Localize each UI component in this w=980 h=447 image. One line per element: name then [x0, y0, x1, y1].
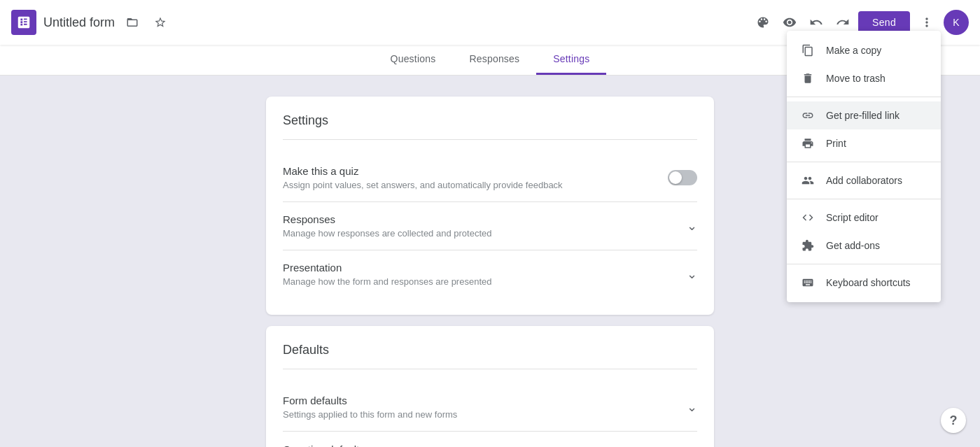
menu-divider-1	[787, 97, 941, 97]
question-defaults-row[interactable]: Question defaults ⌄	[283, 432, 697, 447]
responses-row[interactable]: Responses Manage how responses are colle…	[283, 202, 697, 250]
menu-print[interactable]: Print	[787, 129, 941, 157]
menu-move-to-trash-label: Move to trash	[826, 73, 886, 84]
menu-make-copy-label: Make a copy	[826, 45, 881, 56]
menu-add-collaborators[interactable]: Add collaborators	[787, 166, 941, 194]
menu-get-prefilled-link[interactable]: Get pre-filled link	[787, 101, 941, 129]
responses-chevron[interactable]: ⌄	[687, 218, 697, 234]
presentation-label: Presentation	[283, 262, 491, 274]
quiz-text: Make this a quiz Assign point values, se…	[283, 165, 563, 190]
print-icon	[801, 136, 815, 150]
menu-move-to-trash[interactable]: Move to trash	[787, 64, 941, 92]
menu-divider-2	[787, 162, 941, 162]
app-icon[interactable]	[11, 10, 36, 35]
quiz-label: Make this a quiz	[283, 165, 563, 177]
menu-make-copy[interactable]: Make a copy	[787, 36, 941, 64]
presentation-text: Presentation Manage how the form and res…	[283, 262, 491, 287]
settings-card-title: Settings	[283, 113, 697, 140]
dropdown-menu: Make a copy Move to trash Get pre-filled…	[787, 31, 941, 302]
tab-settings[interactable]: Settings	[536, 45, 606, 75]
form-defaults-chevron[interactable]: ⌄	[687, 399, 697, 415]
menu-script-editor-label: Script editor	[826, 212, 878, 223]
header-left: Untitled form	[11, 10, 752, 35]
settings-card: Settings Make this a quiz Assign point v…	[266, 97, 714, 315]
menu-get-prefilled-link-label: Get pre-filled link	[826, 110, 899, 121]
question-defaults-label: Question defaults	[283, 444, 365, 448]
menu-keyboard-shortcuts[interactable]: Keyboard shortcuts	[787, 269, 941, 297]
copy-icon	[801, 43, 815, 57]
form-defaults-text: Form defaults Settings applied to this f…	[283, 395, 457, 420]
tab-responses[interactable]: Responses	[452, 45, 536, 75]
menu-print-label: Print	[826, 138, 846, 149]
presentation-row[interactable]: Presentation Manage how the form and res…	[283, 250, 697, 298]
form-defaults-label: Form defaults	[283, 395, 457, 406]
menu-add-collaborators-label: Add collaborators	[826, 175, 902, 186]
quiz-desc: Assign point values, set answers, and au…	[283, 180, 563, 190]
defaults-card-title: Defaults	[283, 343, 697, 369]
puzzle-icon	[801, 239, 815, 253]
keyboard-icon	[801, 276, 815, 290]
tab-questions[interactable]: Questions	[374, 45, 453, 75]
quiz-toggle[interactable]	[668, 170, 697, 185]
presentation-desc: Manage how the form and responses are pr…	[283, 276, 491, 287]
folder-button[interactable]	[122, 12, 143, 33]
user-avatar[interactable]: K	[944, 10, 969, 35]
form-title: Untitled form	[43, 15, 115, 30]
form-defaults-row[interactable]: Form defaults Settings applied to this f…	[283, 383, 697, 432]
question-defaults-chevron[interactable]: ⌄	[687, 443, 697, 447]
code-icon	[801, 211, 815, 225]
responses-label: Responses	[283, 213, 491, 225]
responses-text: Responses Manage how responses are colle…	[283, 213, 491, 239]
menu-keyboard-shortcuts-label: Keyboard shortcuts	[826, 277, 911, 288]
defaults-card: Defaults Form defaults Settings applied …	[266, 326, 714, 447]
trash-icon	[801, 71, 815, 85]
help-button[interactable]: ?	[941, 408, 966, 433]
presentation-chevron[interactable]: ⌄	[687, 267, 697, 282]
responses-desc: Manage how responses are collected and p…	[283, 228, 491, 239]
star-button[interactable]	[150, 12, 171, 33]
link-icon	[801, 108, 815, 122]
menu-divider-3	[787, 199, 941, 199]
question-defaults-text: Question defaults	[283, 444, 365, 448]
menu-script-editor[interactable]: Script editor	[787, 204, 941, 232]
people-icon	[801, 173, 815, 187]
form-defaults-desc: Settings applied to this form and new fo…	[283, 409, 457, 420]
menu-get-addons[interactable]: Get add-ons	[787, 232, 941, 260]
quiz-row: Make this a quiz Assign point values, se…	[283, 154, 697, 202]
palette-button[interactable]	[752, 11, 774, 34]
menu-get-addons-label: Get add-ons	[826, 240, 880, 251]
menu-divider-4	[787, 264, 941, 264]
